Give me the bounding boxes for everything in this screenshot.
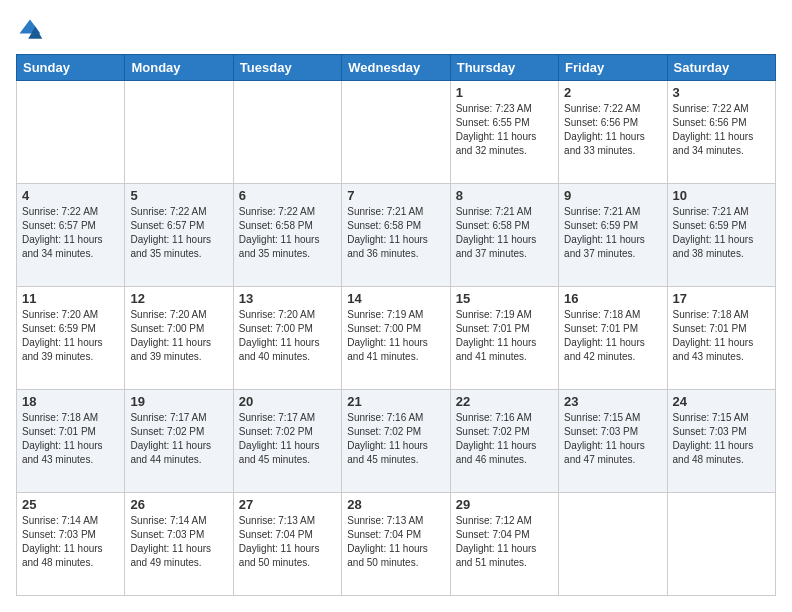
day-info: Sunrise: 7:21 AM Sunset: 6:59 PM Dayligh… — [673, 205, 770, 261]
calendar-cell: 29Sunrise: 7:12 AM Sunset: 7:04 PM Dayli… — [450, 493, 558, 596]
day-number: 7 — [347, 188, 444, 203]
day-number: 27 — [239, 497, 336, 512]
day-info: Sunrise: 7:15 AM Sunset: 7:03 PM Dayligh… — [564, 411, 661, 467]
calendar-cell: 21Sunrise: 7:16 AM Sunset: 7:02 PM Dayli… — [342, 390, 450, 493]
day-number: 15 — [456, 291, 553, 306]
calendar-cell: 4Sunrise: 7:22 AM Sunset: 6:57 PM Daylig… — [17, 184, 125, 287]
calendar-cell: 24Sunrise: 7:15 AM Sunset: 7:03 PM Dayli… — [667, 390, 775, 493]
calendar-cell — [342, 81, 450, 184]
calendar-cell: 7Sunrise: 7:21 AM Sunset: 6:58 PM Daylig… — [342, 184, 450, 287]
day-number: 16 — [564, 291, 661, 306]
calendar-cell — [667, 493, 775, 596]
calendar-cell: 17Sunrise: 7:18 AM Sunset: 7:01 PM Dayli… — [667, 287, 775, 390]
day-number: 2 — [564, 85, 661, 100]
calendar-week-row: 11Sunrise: 7:20 AM Sunset: 6:59 PM Dayli… — [17, 287, 776, 390]
calendar-cell: 8Sunrise: 7:21 AM Sunset: 6:58 PM Daylig… — [450, 184, 558, 287]
calendar-header-sunday: Sunday — [17, 55, 125, 81]
calendar-cell: 25Sunrise: 7:14 AM Sunset: 7:03 PM Dayli… — [17, 493, 125, 596]
day-number: 17 — [673, 291, 770, 306]
calendar-cell — [559, 493, 667, 596]
calendar-header-friday: Friday — [559, 55, 667, 81]
calendar-cell: 9Sunrise: 7:21 AM Sunset: 6:59 PM Daylig… — [559, 184, 667, 287]
day-number: 9 — [564, 188, 661, 203]
day-info: Sunrise: 7:13 AM Sunset: 7:04 PM Dayligh… — [347, 514, 444, 570]
calendar-cell: 13Sunrise: 7:20 AM Sunset: 7:00 PM Dayli… — [233, 287, 341, 390]
calendar-cell — [233, 81, 341, 184]
day-info: Sunrise: 7:22 AM Sunset: 6:56 PM Dayligh… — [673, 102, 770, 158]
calendar-cell: 10Sunrise: 7:21 AM Sunset: 6:59 PM Dayli… — [667, 184, 775, 287]
day-info: Sunrise: 7:20 AM Sunset: 6:59 PM Dayligh… — [22, 308, 119, 364]
calendar-week-row: 1Sunrise: 7:23 AM Sunset: 6:55 PM Daylig… — [17, 81, 776, 184]
day-number: 1 — [456, 85, 553, 100]
calendar-cell: 18Sunrise: 7:18 AM Sunset: 7:01 PM Dayli… — [17, 390, 125, 493]
calendar-header-row: SundayMondayTuesdayWednesdayThursdayFrid… — [17, 55, 776, 81]
day-number: 4 — [22, 188, 119, 203]
day-number: 18 — [22, 394, 119, 409]
calendar-week-row: 18Sunrise: 7:18 AM Sunset: 7:01 PM Dayli… — [17, 390, 776, 493]
day-info: Sunrise: 7:16 AM Sunset: 7:02 PM Dayligh… — [347, 411, 444, 467]
day-info: Sunrise: 7:16 AM Sunset: 7:02 PM Dayligh… — [456, 411, 553, 467]
calendar-cell: 6Sunrise: 7:22 AM Sunset: 6:58 PM Daylig… — [233, 184, 341, 287]
logo-icon — [16, 16, 44, 44]
day-number: 12 — [130, 291, 227, 306]
calendar-cell — [17, 81, 125, 184]
calendar-cell: 22Sunrise: 7:16 AM Sunset: 7:02 PM Dayli… — [450, 390, 558, 493]
day-number: 21 — [347, 394, 444, 409]
day-info: Sunrise: 7:21 AM Sunset: 6:58 PM Dayligh… — [456, 205, 553, 261]
calendar-cell: 26Sunrise: 7:14 AM Sunset: 7:03 PM Dayli… — [125, 493, 233, 596]
day-number: 25 — [22, 497, 119, 512]
calendar-cell: 3Sunrise: 7:22 AM Sunset: 6:56 PM Daylig… — [667, 81, 775, 184]
day-number: 28 — [347, 497, 444, 512]
day-info: Sunrise: 7:20 AM Sunset: 7:00 PM Dayligh… — [239, 308, 336, 364]
calendar-table: SundayMondayTuesdayWednesdayThursdayFrid… — [16, 54, 776, 596]
day-info: Sunrise: 7:18 AM Sunset: 7:01 PM Dayligh… — [673, 308, 770, 364]
day-number: 8 — [456, 188, 553, 203]
calendar-week-row: 25Sunrise: 7:14 AM Sunset: 7:03 PM Dayli… — [17, 493, 776, 596]
day-info: Sunrise: 7:18 AM Sunset: 7:01 PM Dayligh… — [22, 411, 119, 467]
day-number: 19 — [130, 394, 227, 409]
calendar-cell: 5Sunrise: 7:22 AM Sunset: 6:57 PM Daylig… — [125, 184, 233, 287]
header — [16, 16, 776, 44]
calendar-cell: 12Sunrise: 7:20 AM Sunset: 7:00 PM Dayli… — [125, 287, 233, 390]
day-info: Sunrise: 7:23 AM Sunset: 6:55 PM Dayligh… — [456, 102, 553, 158]
day-number: 3 — [673, 85, 770, 100]
calendar-cell: 2Sunrise: 7:22 AM Sunset: 6:56 PM Daylig… — [559, 81, 667, 184]
day-number: 22 — [456, 394, 553, 409]
calendar-header-thursday: Thursday — [450, 55, 558, 81]
day-info: Sunrise: 7:19 AM Sunset: 7:01 PM Dayligh… — [456, 308, 553, 364]
day-info: Sunrise: 7:17 AM Sunset: 7:02 PM Dayligh… — [130, 411, 227, 467]
day-info: Sunrise: 7:21 AM Sunset: 6:58 PM Dayligh… — [347, 205, 444, 261]
logo — [16, 16, 48, 44]
calendar-cell: 20Sunrise: 7:17 AM Sunset: 7:02 PM Dayli… — [233, 390, 341, 493]
calendar-cell: 15Sunrise: 7:19 AM Sunset: 7:01 PM Dayli… — [450, 287, 558, 390]
day-info: Sunrise: 7:18 AM Sunset: 7:01 PM Dayligh… — [564, 308, 661, 364]
calendar-header-monday: Monday — [125, 55, 233, 81]
calendar-cell: 16Sunrise: 7:18 AM Sunset: 7:01 PM Dayli… — [559, 287, 667, 390]
calendar-header-saturday: Saturday — [667, 55, 775, 81]
day-number: 10 — [673, 188, 770, 203]
calendar-cell: 23Sunrise: 7:15 AM Sunset: 7:03 PM Dayli… — [559, 390, 667, 493]
calendar-cell: 14Sunrise: 7:19 AM Sunset: 7:00 PM Dayli… — [342, 287, 450, 390]
day-info: Sunrise: 7:14 AM Sunset: 7:03 PM Dayligh… — [130, 514, 227, 570]
day-number: 23 — [564, 394, 661, 409]
day-info: Sunrise: 7:12 AM Sunset: 7:04 PM Dayligh… — [456, 514, 553, 570]
day-info: Sunrise: 7:13 AM Sunset: 7:04 PM Dayligh… — [239, 514, 336, 570]
day-info: Sunrise: 7:22 AM Sunset: 6:56 PM Dayligh… — [564, 102, 661, 158]
day-number: 5 — [130, 188, 227, 203]
day-info: Sunrise: 7:14 AM Sunset: 7:03 PM Dayligh… — [22, 514, 119, 570]
day-info: Sunrise: 7:21 AM Sunset: 6:59 PM Dayligh… — [564, 205, 661, 261]
calendar-header-tuesday: Tuesday — [233, 55, 341, 81]
calendar-week-row: 4Sunrise: 7:22 AM Sunset: 6:57 PM Daylig… — [17, 184, 776, 287]
day-info: Sunrise: 7:20 AM Sunset: 7:00 PM Dayligh… — [130, 308, 227, 364]
day-number: 24 — [673, 394, 770, 409]
calendar-cell: 11Sunrise: 7:20 AM Sunset: 6:59 PM Dayli… — [17, 287, 125, 390]
day-info: Sunrise: 7:22 AM Sunset: 6:57 PM Dayligh… — [130, 205, 227, 261]
calendar-cell: 28Sunrise: 7:13 AM Sunset: 7:04 PM Dayli… — [342, 493, 450, 596]
calendar-cell: 1Sunrise: 7:23 AM Sunset: 6:55 PM Daylig… — [450, 81, 558, 184]
calendar-cell: 19Sunrise: 7:17 AM Sunset: 7:02 PM Dayli… — [125, 390, 233, 493]
page: SundayMondayTuesdayWednesdayThursdayFrid… — [0, 0, 792, 612]
day-number: 20 — [239, 394, 336, 409]
day-info: Sunrise: 7:19 AM Sunset: 7:00 PM Dayligh… — [347, 308, 444, 364]
day-number: 6 — [239, 188, 336, 203]
day-info: Sunrise: 7:22 AM Sunset: 6:58 PM Dayligh… — [239, 205, 336, 261]
